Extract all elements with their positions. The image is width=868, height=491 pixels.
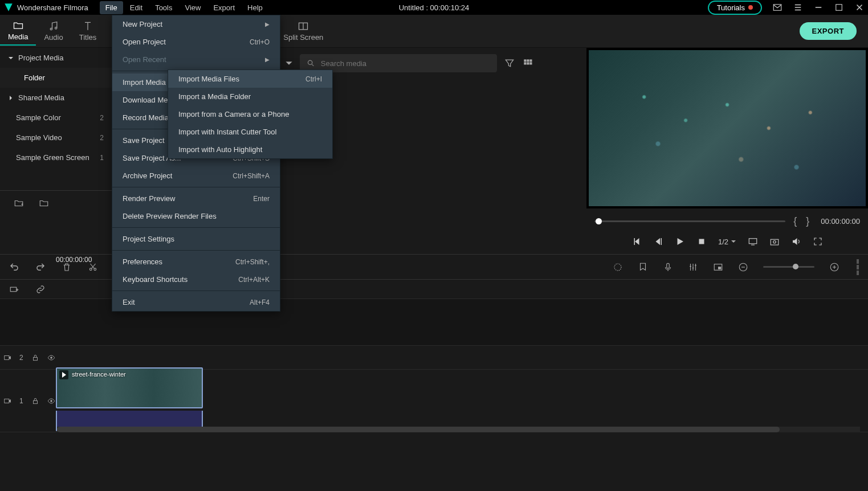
menu-item-archive-project[interactable]: Archive ProjectCtrl+Shift+A (112, 167, 280, 185)
audio-mixer-icon[interactable] (688, 262, 698, 272)
fullscreen-icon[interactable] (813, 236, 823, 247)
tutorials-label: Tutorials (717, 3, 745, 12)
menu-item-keyboard-shortcuts[interactable]: Keyboard ShortcutsCtrl+Alt+K (112, 271, 280, 288)
display-icon[interactable] (748, 236, 758, 247)
app-logo-icon (3, 2, 14, 13)
sidebar-item-project-media[interactable]: Project Media (0, 48, 112, 68)
mark-out-icon[interactable]: } (805, 215, 810, 227)
scrub-slider[interactable] (594, 220, 785, 222)
tab-split-screen[interactable]: Split Screen (275, 17, 331, 45)
lock-icon[interactable] (31, 397, 39, 405)
submenu-item-import-a-media-folder[interactable]: Import a Media Folder (168, 88, 332, 105)
redo-icon[interactable] (35, 262, 46, 272)
track-body[interactable] (56, 346, 868, 369)
svg-point-14 (89, 268, 92, 270)
submenu-item-import-from-a-camera-or-a-phone[interactable]: Import from a Camera or a Phone (168, 105, 332, 123)
tab-titles-label: Titles (79, 33, 97, 42)
clip-play-icon[interactable] (59, 370, 68, 379)
svg-rect-24 (33, 357, 37, 360)
tab-media[interactable]: Media (0, 17, 36, 46)
track-height-icon[interactable] (857, 259, 859, 275)
sidebar-item-sample-video[interactable]: Sample Video 2 (0, 128, 112, 148)
close-icon[interactable] (854, 2, 865, 13)
volume-icon[interactable] (791, 236, 801, 247)
tab-audio[interactable]: Audio (36, 17, 71, 45)
mic-icon[interactable] (663, 262, 673, 272)
lock-icon[interactable] (31, 354, 39, 362)
menu-item-preferences[interactable]: PreferencesCtrl+Shift+, (112, 253, 280, 271)
menu-file[interactable]: File (100, 1, 123, 14)
sidebar-count: 1 (100, 154, 104, 162)
play-icon[interactable] (675, 236, 685, 247)
menu-help[interactable]: Help (242, 1, 268, 14)
add-track-icon[interactable] (9, 284, 19, 294)
stop-icon[interactable] (696, 236, 707, 247)
svg-rect-4 (524, 59, 526, 62)
video-track-icon (3, 397, 11, 405)
track-body[interactable]: street-france-winter (56, 370, 868, 432)
preview-canvas[interactable] (589, 50, 866, 206)
menu-export[interactable]: Export (207, 1, 241, 14)
sidebar-item-sample-green-screen[interactable]: Sample Green Screen 1 (0, 148, 112, 167)
snapshot-icon[interactable] (769, 236, 780, 247)
zoom-slider[interactable] (763, 266, 814, 268)
sidebar-label: Project Media (18, 54, 63, 62)
menu-tools[interactable]: Tools (149, 1, 178, 14)
horizontal-scrollbar[interactable] (57, 427, 860, 432)
track-head-2: 2 (0, 354, 56, 362)
menu-item-project-settings[interactable]: Project Settings (112, 230, 280, 248)
tab-titles[interactable]: Titles (71, 17, 105, 45)
svg-rect-0 (773, 5, 781, 11)
sidebar-actions (0, 190, 112, 215)
scrollbar-thumb[interactable] (57, 427, 780, 432)
preview-controls: { } 00:00:00:00 1/2 (586, 208, 868, 254)
svg-rect-19 (718, 267, 721, 269)
color-wheel-icon[interactable] (613, 262, 623, 272)
sidebar-item-sample-color[interactable]: Sample Color 2 (0, 108, 112, 128)
tutorials-button[interactable]: Tutorials (708, 1, 762, 15)
zoom-out-icon[interactable] (738, 262, 748, 272)
video-clip[interactable]: street-france-winter (56, 367, 203, 408)
prev-frame-icon[interactable] (631, 236, 642, 247)
track-head-1: 1 (0, 397, 56, 405)
menu-item-delete-preview-render-files[interactable]: Delete Preview Render Files (112, 207, 280, 225)
mail-icon[interactable] (772, 2, 783, 13)
mark-in-icon[interactable]: { (792, 215, 798, 227)
pip-icon[interactable] (713, 262, 723, 272)
submenu-item-import-with-auto-highlight[interactable]: Import with Auto Highlight (168, 141, 332, 158)
link-icon[interactable] (35, 284, 46, 294)
step-back-icon[interactable] (653, 236, 663, 247)
menu-item-exit[interactable]: ExitAlt+F4 (112, 293, 280, 311)
sidebar-count: 2 (100, 134, 104, 142)
marker-icon[interactable] (638, 262, 648, 272)
add-folder-icon[interactable] (14, 198, 24, 208)
eye-icon[interactable] (47, 354, 55, 362)
preview-panel: { } 00:00:00:00 1/2 (586, 48, 868, 254)
menu-item-render-preview[interactable]: Render PreviewEnter (112, 190, 280, 207)
dropdown-icon[interactable] (285, 59, 293, 67)
scrub-thumb[interactable] (596, 218, 602, 224)
grid-icon[interactable] (522, 58, 533, 69)
zoom-in-icon[interactable] (829, 262, 840, 272)
undo-icon[interactable] (9, 262, 19, 272)
submenu-item-import-with-instant-cutter-tool[interactable]: Import with Instant Cutter Tool (168, 123, 332, 141)
submenu-item-import-media-files[interactable]: Import Media FilesCtrl+I (168, 70, 332, 88)
minimize-icon[interactable] (813, 2, 824, 13)
list-icon[interactable] (793, 2, 803, 13)
sidebar-item-folder[interactable]: Folder (0, 68, 112, 88)
maximize-icon[interactable] (834, 2, 844, 13)
preview-timecode: 00:00:00:00 (821, 217, 860, 226)
zoom-thumb[interactable] (793, 264, 798, 269)
export-button[interactable]: EXPORT (800, 22, 857, 40)
folder-icon (13, 20, 24, 31)
folder-icon[interactable] (39, 198, 49, 208)
eye-icon[interactable] (47, 397, 55, 405)
filter-icon[interactable] (504, 58, 515, 69)
menu-view[interactable]: View (179, 1, 206, 14)
menu-edit[interactable]: Edit (124, 1, 148, 14)
menu-item-open-project[interactable]: Open ProjectCtrl+O (112, 33, 280, 51)
sidebar-item-shared-media[interactable]: Shared Media (0, 88, 112, 108)
search-field[interactable] (321, 59, 490, 68)
menu-item-new-project[interactable]: New Project▶ (112, 15, 280, 33)
zoom-selector[interactable]: 1/2 (718, 238, 736, 246)
